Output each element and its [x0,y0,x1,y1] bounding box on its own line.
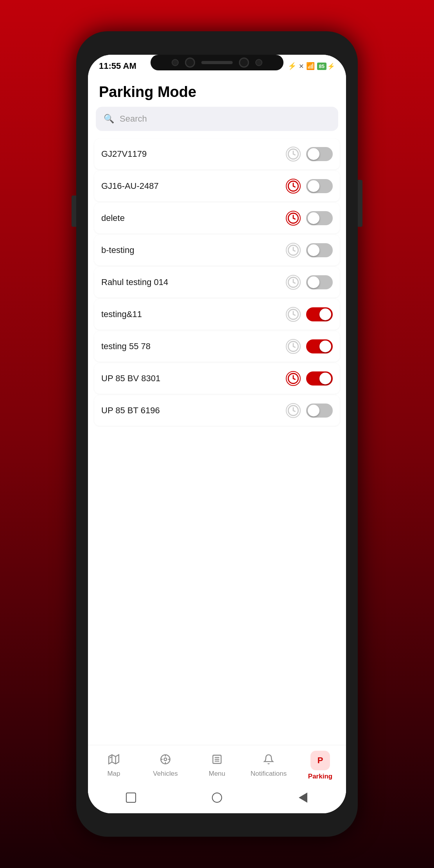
camera-bar [151,55,283,70]
vehicle-controls [286,403,333,418]
wifi-icon: 📶 [306,62,315,70]
clock-icon[interactable] [286,179,301,194]
vehicle-controls [286,211,333,226]
home-button[interactable] [209,790,225,805]
toggle-knob [319,373,331,384]
vehicle-item: GJ27V1179 [94,139,340,169]
vehicle-name: UP 85 BT 6196 [101,405,160,416]
phone-screen: 11:55 AM 🔇 ⚙️ ≡ ⚡ ✕ 📶 85 ⚡ Parking Mode [88,55,346,813]
bluetooth-icon: ⚡ [288,62,296,70]
vehicle-controls [286,275,333,290]
search-icon: 🔍 [104,114,114,124]
charging-icon: ⚡ [327,63,335,70]
toggle-knob [319,341,331,352]
vehicle-item: delete [94,203,340,233]
toggle-knob [319,308,331,320]
toggle-knob [308,148,319,160]
notifications-icon [263,754,274,768]
vehicle-name: GJ16-AU-2487 [101,181,159,191]
nav-item-notifications[interactable]: Notifications [249,754,288,778]
vehicle-list: GJ27V1179 GJ16-AU-2487 [88,137,346,745]
camera-dot-1 [172,59,179,66]
menu-label: Menu [209,770,226,778]
clock-icon[interactable] [286,211,301,226]
vehicle-item: testing 55 78 [94,331,340,362]
vehicle-name: Rahul testing 014 [101,277,168,287]
search-bar[interactable]: 🔍 Search [96,107,338,131]
vehicle-controls [286,307,333,322]
vehicles-label: Vehicles [153,770,178,778]
circle-icon [212,793,222,803]
clock-icon[interactable] [286,147,301,161]
clock-icon[interactable] [286,307,301,322]
app-content: Parking Mode 🔍 Search GJ27V1179 [88,74,346,813]
toggle-knob [308,212,319,224]
toggle-knob [308,276,319,288]
nav-item-vehicles[interactable]: Vehicles [146,754,185,778]
vehicle-toggle[interactable] [306,371,333,386]
battery-indicator: 85 ⚡ [317,63,335,70]
svg-line-12 [110,757,112,758]
vehicle-toggle[interactable] [306,211,333,225]
vehicle-toggle[interactable] [306,404,333,418]
vehicle-toggle[interactable] [306,179,333,193]
battery-level: 85 [317,63,326,70]
clock-icon[interactable] [286,371,301,386]
vehicle-name: b-testing [101,245,134,255]
vehicles-icon [160,754,171,768]
map-label: Map [107,770,120,778]
vehicle-item: UP 85 BT 6196 [94,395,340,426]
vehicle-item: testing&11 [94,299,340,330]
vehicle-item: GJ16-AU-2487 [94,171,340,201]
vehicle-name: testing&11 [101,309,142,319]
toggle-knob [308,405,319,416]
vehicle-item: b-testing [94,235,340,265]
bottom-nav: Map Vehicles [88,745,346,784]
vehicle-toggle[interactable] [306,275,333,289]
vehicle-toggle[interactable] [306,243,333,257]
vehicle-controls [286,371,333,386]
square-icon [126,793,136,803]
triangle-icon [299,793,307,803]
vehicle-name: UP 85 BV 8301 [101,373,160,384]
vehicle-controls [286,179,333,194]
clock-icon[interactable] [286,243,301,258]
parking-icon: P [310,751,330,770]
sim-icon: ✕ [299,63,304,70]
camera-secondary [239,57,249,68]
vehicle-toggle[interactable] [306,147,333,161]
vehicle-controls [286,339,333,354]
svg-point-14 [164,758,167,760]
status-right-icons: ⚡ ✕ 📶 85 ⚡ [288,62,335,70]
vehicle-name: delete [101,213,125,223]
camera-dot-2 [255,59,262,66]
vehicle-name: testing 55 78 [101,341,151,352]
vehicle-item: UP 85 BV 8301 [94,363,340,394]
notifications-label: Notifications [251,770,287,778]
vehicle-controls [286,243,333,258]
toggle-knob [308,180,319,192]
clock-icon[interactable] [286,275,301,290]
vehicle-toggle[interactable] [306,339,333,353]
nav-item-menu[interactable]: Menu [197,754,237,778]
vehicle-toggle[interactable] [306,307,333,321]
back-button[interactable] [295,790,311,805]
camera-main [185,57,195,68]
clock-icon[interactable] [286,339,301,354]
status-time: 11:55 AM [99,61,136,71]
nav-item-parking[interactable]: P Parking [301,751,340,780]
menu-icon [212,754,222,768]
vehicle-name: GJ27V1179 [101,149,147,159]
svg-marker-9 [109,755,119,764]
page-title: Parking Mode [88,74,346,107]
clock-icon[interactable] [286,403,301,418]
phone-device: 11:55 AM 🔇 ⚙️ ≡ ⚡ ✕ 📶 85 ⚡ Parking Mode [76,31,358,837]
nav-item-map[interactable]: Map [94,754,133,778]
vehicle-controls [286,147,333,161]
recent-apps-button[interactable] [123,790,139,805]
android-nav-bar [88,784,346,813]
map-icon [108,754,119,768]
toggle-knob [308,244,319,256]
speaker [201,61,233,64]
search-placeholder: Search [120,114,147,124]
